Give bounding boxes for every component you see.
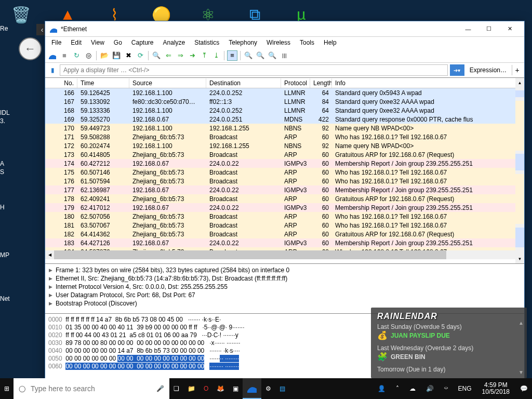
detail-line[interactable]: ▶Bootstrap Protocol (Discover) xyxy=(47,299,522,308)
menu-help[interactable]: Help xyxy=(320,38,341,47)
restart-capture-icon[interactable]: ↻ xyxy=(71,50,82,61)
search-input[interactable] xyxy=(31,384,151,393)
apply-filter-button[interactable]: ➔▾ xyxy=(450,64,464,76)
clock[interactable]: 4:59 PM10/5/2018 xyxy=(478,382,514,395)
table-row[interactable]: 17460.427212192.168.0.67224.0.0.22IGMPv3… xyxy=(45,159,524,168)
horizontal-scrollbar[interactable]: ◀▶ xyxy=(45,250,524,259)
people-icon[interactable]: 👤 xyxy=(374,378,390,399)
terminal-icon[interactable]: ▣ xyxy=(229,378,243,399)
detail-line[interactable]: ▶Ethernet II, Src: Zhejiang_6b:b5:73 (14… xyxy=(47,274,522,283)
titlebar[interactable]: *Ethernet — ☐ ✕ xyxy=(45,21,524,37)
taskbar-search[interactable]: ◯ 🎤 xyxy=(14,378,169,399)
menu-file[interactable]: File xyxy=(47,38,65,47)
language-indicator[interactable]: ENG xyxy=(454,378,476,399)
go-first-icon[interactable]: ⤒ xyxy=(199,50,209,61)
menu-edit[interactable]: Edit xyxy=(66,38,86,47)
add-filter-button[interactable]: + xyxy=(512,65,522,75)
menu-telephony[interactable]: Telephony xyxy=(224,38,261,47)
recycle-bin-icon[interactable]: 🗑️ xyxy=(10,4,31,25)
firefox-icon[interactable]: 🦊 xyxy=(212,378,229,399)
mic-icon[interactable]: 🎤 xyxy=(156,385,164,392)
close-file-icon[interactable]: ✖ xyxy=(123,50,134,61)
rainlendar-widget[interactable]: RAINLENDAR Last Sunday (Overdue 5 days) … xyxy=(371,308,527,378)
menu-tools[interactable]: Tools xyxy=(296,38,318,47)
detail-line[interactable]: ▶User Datagram Protocol, Src Port: 68, D… xyxy=(47,291,522,299)
zoom-out-icon[interactable]: 🔍 xyxy=(255,50,265,61)
task-view-icon[interactable]: ❏ xyxy=(169,378,183,399)
volume-icon[interactable]: 🔊 xyxy=(422,378,438,399)
resize-columns-icon[interactable]: ⫼ xyxy=(279,50,289,61)
table-row[interactable]: 16959.325270192.168.0.67224.0.0.251MDNS4… xyxy=(45,115,524,124)
table-row[interactable]: 17962.417012192.168.0.67224.0.0.22IGMPv3… xyxy=(45,203,524,212)
packet-details-pane[interactable]: ▶Frame 1: 323 bytes on wire (2584 bits),… xyxy=(45,263,524,313)
opera-icon[interactable]: O xyxy=(200,378,212,399)
table-row[interactable]: 17059.449723192.168.1.100192.168.1.255NB… xyxy=(45,124,524,132)
packet-list-header[interactable]: No. Time Source Destination Protocol Len… xyxy=(45,78,524,88)
menu-view[interactable]: View xyxy=(87,38,109,47)
shark-fin-icon[interactable] xyxy=(47,50,58,61)
go-forward-icon[interactable]: ⇒ xyxy=(175,50,185,61)
minimize-button[interactable]: — xyxy=(458,22,478,36)
expression-button[interactable]: Expression… xyxy=(467,66,510,74)
go-to-packet-icon[interactable]: ➜ xyxy=(187,50,197,61)
vertical-scrollbar[interactable]: ▲ ▼ xyxy=(515,78,524,263)
chevron-right-icon: ▶ xyxy=(47,268,54,273)
maximize-button[interactable]: ☐ xyxy=(478,22,499,36)
chevron-right-icon: ▶ xyxy=(47,301,54,306)
table-row[interactable]: 18163.507067Zhejiang_6b:b5:73BroadcastAR… xyxy=(45,221,524,230)
start-button[interactable]: ⊞ xyxy=(0,378,14,399)
chevron-right-icon: ▶ xyxy=(47,276,54,281)
open-file-icon[interactable]: 📂 xyxy=(99,50,110,61)
bookmark-filter-icon[interactable]: ▮ xyxy=(47,65,58,75)
table-row[interactable]: 18264.414362Zhejiang_6b:b5:73BroadcastAR… xyxy=(45,230,524,238)
table-row[interactable]: 17360.414805Zhejiang_6b:b5:73BroadcastAR… xyxy=(45,150,524,159)
reload-icon[interactable]: ⟳ xyxy=(135,50,145,61)
table-row[interactable]: 17762.136987192.168.0.67224.0.0.22IGMPv3… xyxy=(45,185,524,194)
table-row[interactable]: 17661.507594Zhejiang_6b:b5:73BroadcastAR… xyxy=(45,177,524,185)
table-row[interactable]: 16759.133092fe80::dc30:ce50:d70…ff02::1:… xyxy=(45,97,524,106)
go-last-icon[interactable]: ⤓ xyxy=(211,50,221,61)
menu-capture[interactable]: Capture xyxy=(127,38,158,47)
rainlendar-event2[interactable]: 🧩GREEN BIN xyxy=(377,352,521,362)
table-row[interactable]: 18364.427126192.168.0.67224.0.0.22IGMPv3… xyxy=(45,238,524,247)
table-row[interactable]: 17862.409241Zhejiang_6b:b5:73BroadcastAR… xyxy=(45,194,524,203)
table-row[interactable]: 17159.508288Zhejiang_6b:b5:73BroadcastAR… xyxy=(45,132,524,141)
menu-statistics[interactable]: Statistics xyxy=(190,38,223,47)
rainlendar-scroll-up[interactable]: ▲ xyxy=(518,320,524,326)
packet-rows[interactable]: 16659.126425192.168.1.100224.0.0.252LLMN… xyxy=(45,88,524,250)
onedrive-icon[interactable]: ☁ xyxy=(405,378,420,399)
idle-icon[interactable]: ▤ xyxy=(275,378,289,399)
menu-go[interactable]: Go xyxy=(110,38,126,47)
display-filter-input[interactable] xyxy=(60,64,448,76)
detail-line[interactable]: ▶Internet Protocol Version 4, Src: 0.0.0… xyxy=(47,283,522,291)
tray-chevron-icon[interactable]: ˄ xyxy=(392,378,403,399)
capture-options-icon[interactable]: ◎ xyxy=(83,50,94,61)
rainlendar-scroll-down[interactable]: ▼ xyxy=(518,369,524,375)
menu-analyze[interactable]: Analyze xyxy=(159,38,190,47)
table-row[interactable]: 16659.126425192.168.1.100224.0.0.252LLMN… xyxy=(45,88,524,97)
rainlendar-event1[interactable]: 💰JUAN PAYSLIP DUE xyxy=(377,330,521,340)
close-button[interactable]: ✕ xyxy=(499,22,520,36)
notifications-icon[interactable]: 💬 xyxy=(516,378,532,399)
zoom-reset-icon[interactable]: 🔍 xyxy=(267,50,277,61)
wireshark-taskbar-icon[interactable] xyxy=(243,378,261,399)
zoom-in-icon[interactable]: 🔍 xyxy=(243,50,254,61)
table-row[interactable]: 17260.202474192.168.1.100192.168.1.255NB… xyxy=(45,141,524,150)
menubar: FileEditViewGoCaptureAnalyzeStatisticsTe… xyxy=(45,37,524,48)
nav-back-circle[interactable]: ← xyxy=(19,37,42,60)
table-row[interactable]: 16859.133336192.168.1.100224.0.0.252LLMN… xyxy=(45,106,524,115)
menu-wireless[interactable]: Wireless xyxy=(262,38,295,47)
table-row[interactable]: 18062.507056Zhejiang_6b:b5:73BroadcastAR… xyxy=(45,212,524,221)
autoscroll-icon[interactable]: ≡ xyxy=(227,50,237,61)
explorer-icon[interactable]: 📁 xyxy=(183,378,200,399)
find-icon[interactable]: 🔍 xyxy=(151,50,162,61)
table-row[interactable]: 17560.507146Zhejiang_6b:b5:73BroadcastAR… xyxy=(45,168,524,177)
save-file-icon[interactable]: 💾 xyxy=(111,50,122,61)
wifi-icon[interactable]: ⌔ xyxy=(440,378,452,399)
detail-line[interactable]: ▶Frame 1: 323 bytes on wire (2584 bits),… xyxy=(47,266,522,274)
go-back-icon[interactable]: ⇐ xyxy=(163,50,174,61)
rainlendar-title: RAINLENDAR xyxy=(377,312,521,321)
col-no: No. xyxy=(45,78,77,88)
settings-icon[interactable]: ⚙ xyxy=(261,378,275,399)
stop-capture-icon[interactable]: ■ xyxy=(59,50,70,61)
